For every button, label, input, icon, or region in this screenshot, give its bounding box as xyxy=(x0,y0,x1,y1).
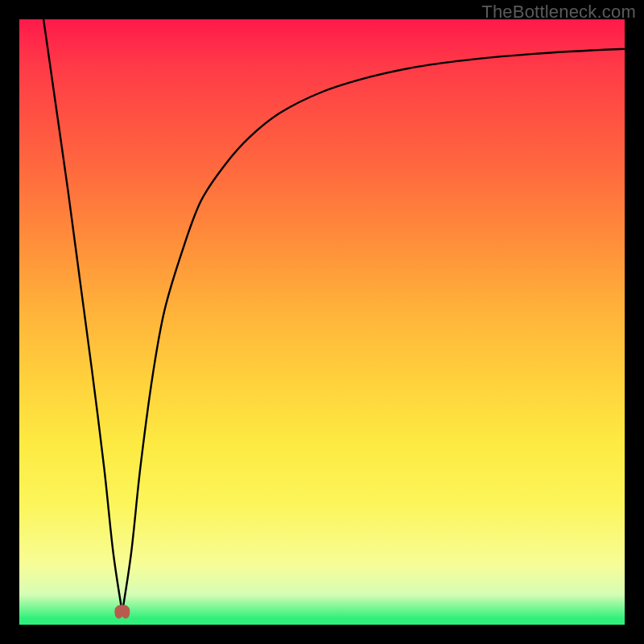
bottleneck-curve-svg xyxy=(19,19,625,625)
watermark-brand: TheBottleneck.com xyxy=(481,2,636,23)
min-marker-icon xyxy=(115,605,130,618)
bottleneck-curve-path xyxy=(43,19,625,613)
chart-frame: TheBottleneck.com xyxy=(0,0,644,644)
plot-area xyxy=(19,19,625,625)
